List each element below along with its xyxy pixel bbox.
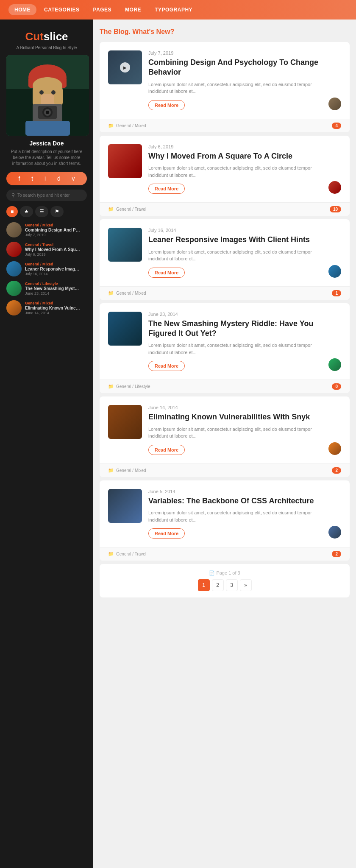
folder-icon: 📁 (108, 384, 114, 389)
list-item[interactable]: General / Mixed Eliminating Known Vulner… (6, 300, 87, 315)
article-body: June 14, 2014 Eliminating Known Vulnerab… (100, 396, 350, 463)
list-item[interactable]: General / Travel Why I Moved From A Squa… (6, 242, 87, 257)
dribbble-icon[interactable]: d (57, 175, 61, 182)
nav-home[interactable]: HOME (8, 4, 36, 15)
article-title[interactable]: Eliminating Known Vulnerabilities With S… (148, 412, 322, 422)
tab-starred[interactable]: ★ (20, 206, 33, 217)
instagram-icon[interactable]: i (44, 175, 46, 182)
article-excerpt: Lorem ipsum dolor sit amet, consectetur … (148, 248, 322, 262)
article-title[interactable]: Why I Moved From A Square To A Circle (148, 151, 322, 161)
rp-thumb-5 (6, 300, 22, 315)
rp-date: July 16, 2014 (25, 272, 87, 276)
page-wrapper: Cutslice A Brilliant Personal Blog In St… (0, 20, 356, 868)
read-more-button[interactable]: Read More (148, 528, 185, 539)
list-item[interactable]: General / Lifestyle The New Smashing Mys… (6, 281, 87, 296)
blog-title: The Blog. (100, 28, 131, 35)
article-title[interactable]: Leaner Responsive Images With Client Hin… (148, 235, 322, 245)
list-item[interactable]: General / Mixed Leaner Responsive Images… (6, 261, 87, 276)
pagination-area: 📄 Page 1 of 3 1 2 3 » (100, 564, 350, 597)
author-avatar (328, 526, 341, 539)
article-footer: 📁 General / Travel 2 (100, 547, 350, 561)
article-excerpt: Lorem ipsum dolor sit amet, consectetur … (148, 81, 322, 95)
article-body: June 5, 2014 Variables: The Backbone Of … (100, 480, 350, 547)
category-text: General / Travel (116, 207, 146, 212)
tab-comments[interactable]: ☰ (35, 206, 48, 217)
rp-info: General / Mixed Leaner Responsive Images… (25, 262, 87, 276)
author-avatar (328, 98, 341, 110)
nav-pages[interactable]: PAGES (87, 4, 117, 15)
nav-more[interactable]: MORE (119, 4, 147, 15)
read-more-button[interactable]: Read More (148, 100, 185, 110)
comment-count-badge: 2 (332, 551, 341, 557)
rp-title: Why I Moved From A Square To A Cir... (25, 247, 80, 252)
author-avatar (328, 181, 341, 194)
folder-icon: 📁 (108, 207, 114, 212)
rp-title: Combining Design And Psychology T... (25, 227, 80, 233)
article-excerpt: Lorem ipsum dolor sit amet, consectetur … (148, 509, 322, 523)
article-meta: July 7, 2019 Combining Design And Psycho… (148, 50, 322, 110)
article-footer: 📁 General / Travel 10 (100, 202, 350, 216)
rp-date: July 6, 2019 (25, 252, 87, 257)
tab-tags[interactable]: ⚑ (50, 206, 64, 217)
logo-text: Cutslice (6, 30, 87, 43)
search-icon: ⚲ (11, 193, 15, 198)
twitter-icon[interactable]: t (31, 175, 33, 182)
article-title[interactable]: Variables: The Backbone Of CSS Architect… (148, 496, 322, 506)
nav-typography[interactable]: TYPOGRAPHY (149, 4, 198, 15)
play-icon[interactable]: ▶ (120, 62, 130, 73)
article-excerpt: Lorem ipsum dolor sit amet, consectetur … (148, 342, 322, 356)
facebook-icon[interactable]: f (18, 175, 20, 182)
folder-icon: 📁 (108, 551, 114, 557)
social-bar: f t i d v (6, 172, 87, 185)
rp-category: General / Travel (25, 243, 87, 247)
search-input[interactable] (17, 193, 82, 198)
vimeo-icon[interactable]: v (72, 175, 75, 182)
page-1-button[interactable]: 1 (198, 579, 210, 591)
read-more-button[interactable]: Read More (148, 445, 185, 455)
nav-categories[interactable]: CATEGORIES (38, 4, 85, 15)
rp-thumb-2 (6, 242, 22, 257)
rp-category: General / Mixed (25, 301, 87, 305)
rp-category: General / Mixed (25, 223, 87, 227)
article-body: July 16, 2014 Leaner Responsive Images W… (100, 219, 350, 286)
sidebar-tagline: A Brilliant Personal Blog In Style (6, 45, 87, 50)
comment-count-badge: 10 (330, 206, 341, 212)
tab-recent[interactable]: ■ (6, 206, 18, 217)
rp-date: June 14, 2014 (25, 311, 87, 315)
article-thumb-6 (108, 489, 142, 523)
page-3-button[interactable]: 3 (226, 579, 238, 591)
article-footer: 📁 General / Mixed 1 (100, 286, 350, 300)
svg-point-8 (39, 90, 44, 95)
article-body: ▶ July 7, 2019 Combining Design And Psyc… (100, 42, 350, 119)
rp-info: General / Lifestyle The New Smashing Mys… (25, 282, 87, 296)
next-page-button[interactable]: » (240, 579, 252, 591)
search-box[interactable]: ⚲ (6, 190, 87, 201)
rp-date: July 7, 2019 (25, 233, 87, 237)
list-item[interactable]: General / Mixed Combining Design And Psy… (6, 222, 87, 237)
author-avatar (328, 265, 341, 278)
read-more-button[interactable]: Read More (148, 361, 185, 371)
page-2-button[interactable]: 2 (212, 579, 224, 591)
article-title[interactable]: Combining Design And Psychology To Chang… (148, 58, 322, 78)
article-card: ▶ July 7, 2019 Combining Design And Psyc… (100, 42, 350, 132)
article-date: June 23, 2014 (148, 312, 322, 317)
navigation: HOME CATEGORIES PAGES MORE TYPOGRAPHY (0, 0, 356, 20)
sidebar-avatar (6, 55, 89, 136)
rp-info: General / Mixed Eliminating Known Vulner… (25, 301, 87, 315)
article-meta: June 23, 2014 The New Smashing Mystery R… (148, 312, 322, 371)
rp-thumb-3 (6, 261, 22, 276)
article-meta: July 6, 2019 Why I Moved From A Square T… (148, 144, 322, 194)
article-date: June 14, 2014 (148, 405, 322, 410)
article-card: June 5, 2014 Variables: The Backbone Of … (100, 480, 350, 561)
read-more-button[interactable]: Read More (148, 184, 185, 194)
recent-posts-list: General / Mixed Combining Design And Psy… (6, 222, 87, 315)
article-excerpt: Lorem ipsum dolor sit amet, consectetur … (148, 426, 322, 440)
sidebar: Cutslice A Brilliant Personal Blog In St… (0, 20, 93, 868)
article-date: July 6, 2019 (148, 144, 322, 149)
rp-title: The New Smashing Mystery Riddle:... (25, 286, 80, 291)
folder-icon: 📁 (108, 123, 114, 128)
article-title[interactable]: The New Smashing Mystery Riddle: Have Yo… (148, 319, 322, 339)
read-more-button[interactable]: Read More (148, 268, 185, 278)
comment-count-badge: 1 (332, 290, 341, 296)
article-footer: 📁 General / Mixed 2 (100, 463, 350, 477)
